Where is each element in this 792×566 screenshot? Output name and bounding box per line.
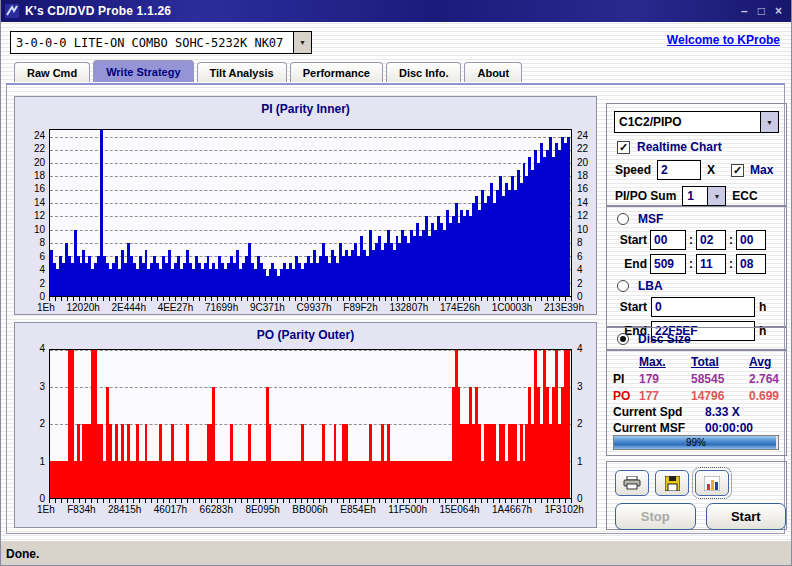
y-tick-label: 2: [577, 279, 583, 289]
bar: [567, 350, 570, 498]
y-tick-label: 4: [577, 265, 583, 275]
msf-end-frame[interactable]: 08: [736, 254, 766, 274]
stats-table: Max. Total Avg PI 179 58545 2.764 PO 177…: [613, 355, 786, 403]
y-tick-label: 0: [39, 292, 45, 302]
close-icon[interactable]: ×: [775, 4, 782, 18]
y-tick-label: 3: [577, 382, 583, 392]
msf-end-sec[interactable]: 11: [696, 254, 726, 274]
msf-sep: :: [689, 233, 693, 247]
x-tick-label: 8E095h: [245, 504, 279, 515]
ecc-label: ECC: [732, 189, 757, 203]
chevron-down-icon[interactable]: ▼: [293, 32, 311, 53]
y-tick-label: 10: [34, 225, 45, 235]
y-tick-label: 12: [34, 211, 45, 221]
msf-start-frame[interactable]: 00: [736, 230, 766, 250]
stop-button[interactable]: Stop: [615, 503, 696, 530]
y-tick-label: 8: [577, 238, 583, 248]
printer-icon: [623, 476, 641, 490]
pi-x-tickmarks: [49, 297, 572, 301]
stats-header-avg: Avg: [749, 355, 792, 369]
po-x-tickmarks: [49, 499, 572, 503]
pipo-sum-select[interactable]: 1 ▼: [682, 186, 726, 206]
po-chart-panel: PO (Parity Outer) 43210 43210 1EhF834h28…: [14, 322, 597, 528]
speed-unit-label: X: [707, 163, 715, 177]
msf-radio[interactable]: [617, 213, 629, 225]
disc-size-radio[interactable]: [617, 333, 629, 345]
tab-raw-cmd[interactable]: Raw Cmd: [14, 62, 90, 82]
x-tick-label: 9C371h: [250, 302, 285, 313]
x-tick-label: E854Eh: [340, 504, 376, 515]
pi-chart-panel: PI (Parity Inner) 242220181614121086420 …: [14, 96, 597, 315]
tab-write-strategy[interactable]: Write Strategy: [93, 60, 193, 82]
mode-select[interactable]: C1C2/PIPO ▼: [614, 111, 779, 133]
msf-end-label: End: [607, 257, 647, 271]
y-tick-label: 10: [577, 225, 588, 235]
x-tick-label: 46017h: [154, 504, 187, 515]
msf-start-sec[interactable]: 02: [696, 230, 726, 250]
x-tick-label: 1Eh: [37, 504, 55, 515]
po-xaxis-labels: 1EhF834h28415h46017h66283h8E095hBB006hE8…: [37, 504, 584, 515]
msf-start-min[interactable]: 00: [650, 230, 686, 250]
po-chart-title: PO (Parity Outer): [15, 328, 596, 342]
chart-controls-group: C1C2/PIPO ▼ ✓ Realtime Chart Speed 2 X ✓…: [606, 103, 787, 206]
realtime-chart-checkbox[interactable]: ✓: [617, 141, 630, 154]
current-msf-label: Current MSF: [613, 421, 705, 435]
realtime-chart-label: Realtime Chart: [637, 140, 722, 154]
y-tick-label: 0: [39, 494, 45, 504]
lba-label: LBA: [638, 279, 663, 293]
tab-about[interactable]: About: [464, 62, 522, 82]
disc-size-group: Disc Size: [606, 327, 787, 350]
window-title: K's CD/DVD Probe 1.1.26: [25, 4, 171, 18]
msf-end-min[interactable]: 509: [650, 254, 686, 274]
x-tick-label: 132807h: [389, 302, 428, 313]
bar-chart-icon: [704, 476, 720, 491]
current-msf-value: 00:00:00: [705, 421, 753, 435]
x-tick-label: F89F2h: [343, 302, 377, 313]
y-tick-label: 22: [34, 144, 45, 154]
y-tick-label: 0: [577, 494, 583, 504]
chart-button[interactable]: [695, 470, 729, 496]
minimize-icon[interactable]: –: [741, 4, 748, 18]
tab-tilt-analysis[interactable]: Tilt Analysis: [197, 62, 287, 82]
y-tick-label: 20: [34, 158, 45, 168]
maximize-icon[interactable]: □: [758, 4, 765, 18]
y-tick-label: 14: [34, 198, 45, 208]
y-tick-label: 8: [39, 238, 45, 248]
print-button[interactable]: [615, 470, 649, 496]
y-tick-label: 4: [39, 344, 45, 354]
y-tick-label: 1: [39, 457, 45, 467]
x-tick-label: 71699h: [205, 302, 238, 313]
y-tick-label: 2: [577, 419, 583, 429]
x-tick-label: 174E26h: [440, 302, 480, 313]
y-tick-label: 18: [34, 171, 45, 181]
po-bars: [50, 350, 571, 498]
chevron-down-icon[interactable]: ▼: [707, 187, 725, 205]
y-tick-label: 22: [577, 144, 588, 154]
drive-select[interactable]: 3-0-0-0 LITE-ON COMBO SOHC-5232K NK07 ▼: [10, 31, 312, 54]
floppy-disk-icon: [665, 476, 680, 491]
chevron-down-icon[interactable]: ▼: [760, 112, 778, 132]
hex-unit-label: h: [759, 300, 766, 314]
max-speed-checkbox[interactable]: ✓: [731, 164, 744, 177]
speed-label: Speed: [615, 163, 651, 177]
y-tick-label: 4: [577, 344, 583, 354]
welcome-link[interactable]: Welcome to KProbe: [667, 33, 780, 47]
save-button[interactable]: [655, 470, 689, 496]
pi-xaxis-labels: 1Eh12020h2E444h4EE27h71699h9C371hC9937hF…: [37, 302, 584, 313]
range-group: MSF Start 00 : 02 : 00 End 509 : 11 : 08…: [606, 206, 787, 327]
speed-input[interactable]: 2: [657, 160, 701, 180]
tab-disc-info[interactable]: Disc Info.: [386, 62, 462, 82]
tab-performance[interactable]: Performance: [290, 62, 383, 82]
y-tick-label: 6: [577, 252, 583, 262]
x-tick-label: 15E064h: [440, 504, 480, 515]
drive-select-value: 3-0-0-0 LITE-ON COMBO SOHC-5232K NK07: [11, 36, 293, 50]
stats-pi-avg: 2.764: [749, 372, 792, 386]
y-tick-label: 24: [34, 131, 45, 141]
lba-radio[interactable]: [617, 280, 629, 292]
progress-label: 99%: [614, 436, 778, 449]
msf-sep: :: [729, 257, 733, 271]
y-tick-label: 20: [577, 158, 588, 168]
lba-start-input[interactable]: 0: [651, 297, 755, 317]
start-button[interactable]: Start: [706, 503, 787, 530]
pipo-sum-value: 1: [683, 189, 707, 203]
